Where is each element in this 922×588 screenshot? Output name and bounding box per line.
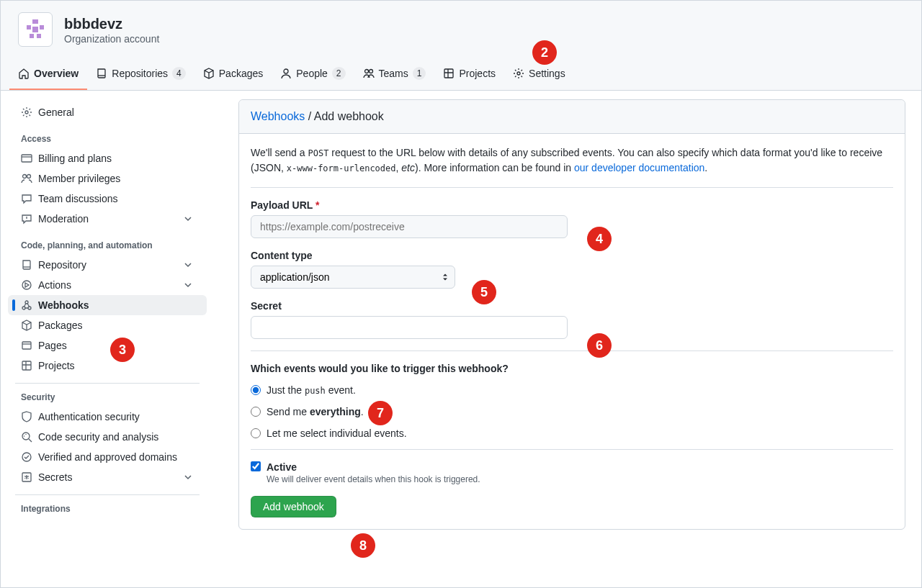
sidebar-group-integrations: Integrations xyxy=(8,502,207,518)
webhook-icon xyxy=(21,299,32,311)
settings-sidebar: General Access Billing and plans Member … xyxy=(1,91,214,530)
chevron-down-icon xyxy=(182,471,194,483)
svg-point-21 xyxy=(22,433,30,440)
main-tabs: Overview Repositories 4 Packages People … xyxy=(1,61,921,90)
codescan-icon xyxy=(21,431,32,443)
event-option-push[interactable]: Just the push event. xyxy=(251,384,893,396)
people-icon xyxy=(363,68,375,79)
svg-rect-9 xyxy=(444,69,453,78)
page-header: bbbdevz Organization account Overview Re… xyxy=(1,1,921,91)
sidebar-item-auth-security[interactable]: Authentication security xyxy=(8,407,207,427)
gear-icon xyxy=(513,68,524,79)
svg-point-10 xyxy=(517,72,520,75)
callout-5: 5 xyxy=(472,280,496,304)
tab-settings[interactable]: Settings xyxy=(504,61,574,90)
sidebar-item-code-security[interactable]: Code security and analysis xyxy=(8,427,207,447)
active-label: Active xyxy=(267,461,480,473)
svg-rect-4 xyxy=(30,34,34,38)
org-subtitle: Organization account xyxy=(64,33,159,45)
secret-input[interactable] xyxy=(251,316,568,339)
sidebar-item-team-discussions[interactable]: Team discussions xyxy=(8,189,207,209)
callout-6: 6 xyxy=(587,333,612,358)
tab-teams[interactable]: Teams 1 xyxy=(354,61,435,90)
table-icon xyxy=(443,68,455,79)
event-radio-everything[interactable] xyxy=(251,407,261,417)
verified-icon xyxy=(21,451,32,463)
svg-point-6 xyxy=(284,69,288,73)
key-asterisk-icon xyxy=(21,471,32,483)
report-icon xyxy=(21,213,32,225)
svg-rect-1 xyxy=(27,25,31,30)
org-avatar xyxy=(18,12,53,47)
sidebar-item-repository[interactable]: Repository xyxy=(8,255,207,275)
sidebar-item-projects[interactable]: Projects xyxy=(8,356,207,376)
svg-point-17 xyxy=(28,307,31,309)
intro-text: We'll send a POST request to the URL bel… xyxy=(251,145,893,188)
secret-label: Secret xyxy=(251,300,893,312)
add-webhook-button[interactable]: Add webhook xyxy=(251,496,336,517)
svg-rect-12 xyxy=(22,155,32,162)
tab-projects[interactable]: Projects xyxy=(434,61,504,90)
sidebar-item-secrets[interactable]: Secrets xyxy=(8,467,207,487)
svg-rect-19 xyxy=(22,342,31,349)
chevron-down-icon xyxy=(182,259,194,271)
people-icon xyxy=(21,173,32,184)
svg-rect-2 xyxy=(40,25,44,30)
gear-icon xyxy=(21,107,32,118)
sidebar-group-security: Security xyxy=(8,391,207,407)
svg-point-22 xyxy=(22,453,31,461)
event-radio-individual[interactable] xyxy=(251,428,261,438)
payload-url-label: Payload URL * xyxy=(251,199,893,211)
events-title: Which events would you like to trigger t… xyxy=(251,363,893,374)
sidebar-item-moderation[interactable]: Moderation xyxy=(8,209,207,229)
svg-point-8 xyxy=(369,70,372,73)
breadcrumb-link-webhooks[interactable]: Webhooks xyxy=(251,110,305,122)
teams-count-badge: 1 xyxy=(413,67,426,80)
chevron-down-icon xyxy=(182,213,194,225)
sidebar-item-webhooks[interactable]: Webhooks xyxy=(8,295,207,315)
sidebar-item-verified-domains[interactable]: Verified and approved domains xyxy=(8,447,207,467)
package-icon xyxy=(21,320,32,331)
shield-icon xyxy=(21,411,32,422)
repo-icon xyxy=(96,68,107,79)
sidebar-item-general[interactable]: General xyxy=(8,102,207,122)
svg-rect-3 xyxy=(32,27,38,32)
sidebar-item-billing[interactable]: Billing and plans xyxy=(8,148,207,168)
active-checkbox[interactable] xyxy=(251,461,261,471)
event-option-individual[interactable]: Let me select individual events. xyxy=(251,428,893,439)
sidebar-group-access: Access xyxy=(8,122,207,148)
content-type-label: Content type xyxy=(251,250,893,261)
sidebar-item-packages[interactable]: Packages xyxy=(8,315,207,335)
event-radio-push[interactable] xyxy=(251,385,261,395)
svg-rect-0 xyxy=(32,19,38,24)
tab-repositories[interactable]: Repositories 4 xyxy=(87,61,194,90)
sidebar-item-pages[interactable]: Pages xyxy=(8,335,207,356)
sidebar-group-code: Code, planning, and automation xyxy=(8,229,207,255)
svg-point-14 xyxy=(27,175,31,178)
person-icon xyxy=(280,68,292,79)
browser-icon xyxy=(21,340,32,351)
payload-url-input[interactable] xyxy=(251,215,568,238)
tab-people[interactable]: People 2 xyxy=(272,61,354,90)
sidebar-item-actions[interactable]: Actions xyxy=(8,275,207,295)
webhook-card: Webhooks / Add webhook We'll send a POST… xyxy=(238,99,905,530)
tab-overview[interactable]: Overview xyxy=(9,61,87,90)
credit-card-icon xyxy=(21,153,32,164)
org-name: bbbdevz xyxy=(64,15,159,33)
sidebar-item-member-privileges[interactable]: Member privileges xyxy=(8,168,207,189)
svg-rect-5 xyxy=(37,34,41,38)
svg-point-16 xyxy=(22,307,25,309)
play-icon xyxy=(21,279,32,291)
active-description: We will deliver event details when this … xyxy=(267,474,480,484)
people-count-badge: 2 xyxy=(332,67,346,80)
table-icon xyxy=(21,360,32,371)
callout-8: 8 xyxy=(351,533,375,558)
tab-packages[interactable]: Packages xyxy=(194,61,272,90)
developer-docs-link[interactable]: our developer documentation xyxy=(574,162,704,173)
svg-point-11 xyxy=(25,111,28,114)
callout-2: 2 xyxy=(532,40,557,65)
breadcrumb: Webhooks / Add webhook xyxy=(239,100,905,134)
repo-icon xyxy=(21,259,32,271)
event-option-everything[interactable]: Send me everything. xyxy=(251,406,893,417)
content-type-select[interactable]: application/json xyxy=(251,266,455,289)
